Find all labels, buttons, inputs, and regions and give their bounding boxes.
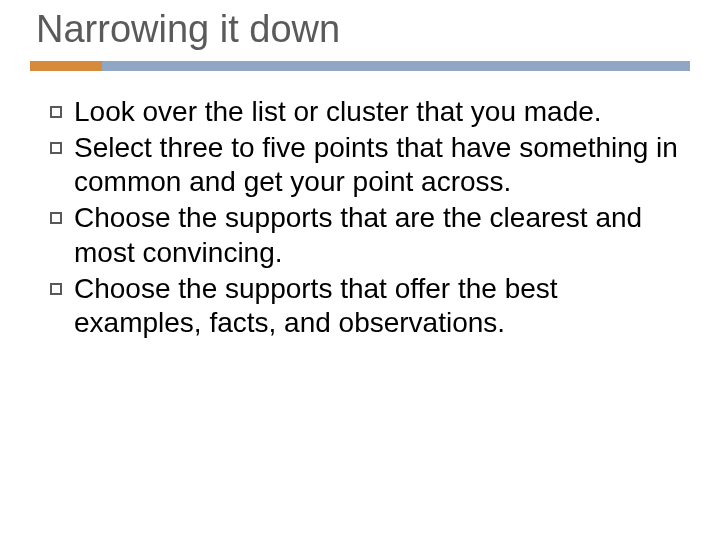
list-item-text: Select three to five points that have so… xyxy=(74,131,680,199)
rule-bar xyxy=(102,61,690,71)
bullet-list: Look over the list or cluster that you m… xyxy=(30,95,690,340)
list-item: Choose the supports that are the cleares… xyxy=(50,201,680,269)
rule-accent xyxy=(30,61,102,71)
square-bullet-icon xyxy=(50,283,62,295)
slide: Narrowing it down Look over the list or … xyxy=(0,0,720,540)
page-title: Narrowing it down xyxy=(36,8,690,51)
list-item: Select three to five points that have so… xyxy=(50,131,680,199)
square-bullet-icon xyxy=(50,142,62,154)
square-bullet-icon xyxy=(50,212,62,224)
square-bullet-icon xyxy=(50,106,62,118)
list-item-text: Choose the supports that are the cleares… xyxy=(74,201,680,269)
title-rule xyxy=(30,61,690,71)
list-item-text: Choose the supports that offer the best … xyxy=(74,272,680,340)
list-item: Look over the list or cluster that you m… xyxy=(50,95,680,129)
list-item: Choose the supports that offer the best … xyxy=(50,272,680,340)
list-item-text: Look over the list or cluster that you m… xyxy=(74,95,680,129)
